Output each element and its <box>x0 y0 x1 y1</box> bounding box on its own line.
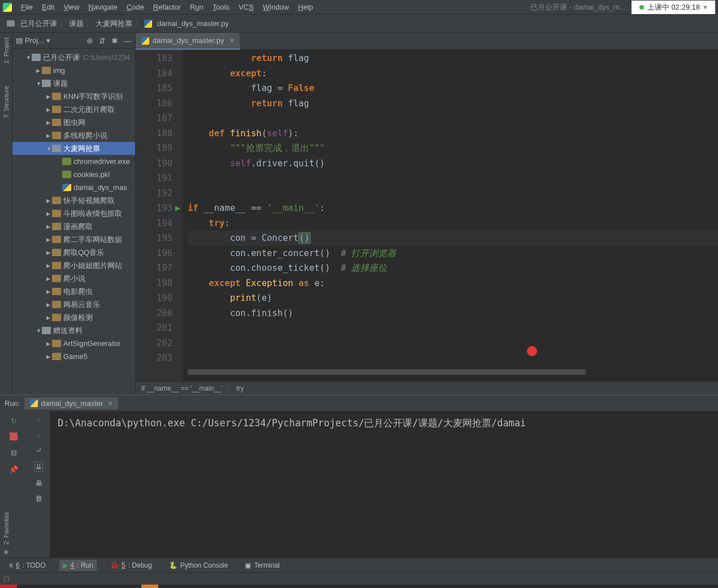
tree-item[interactable]: ▼大麦网抢票 <box>12 142 135 155</box>
code-editor[interactable]: 183184185186187188189190191192193▶194195… <box>136 50 718 381</box>
tree-item[interactable]: ▶电影爬虫 <box>12 285 135 298</box>
menu-view[interactable]: View <box>59 1 84 13</box>
recording-status[interactable]: 上课中 02:29:18 ▾ <box>632 1 715 14</box>
window-title: 已月公开课 - damai_dys_m... <box>525 2 631 12</box>
left-rail: 1: Project 7: Structure <box>0 33 12 395</box>
tab-debug[interactable]: 🐞 5: Debug <box>107 560 155 571</box>
up-icon[interactable]: ↑ <box>37 416 41 424</box>
tree-item[interactable]: ▶爬小姐姐图片网站 <box>12 259 135 272</box>
tree-item[interactable]: ▼已月公开课C:\Users\1234 <box>12 51 135 64</box>
run-panel: Run: damai_dys_master × ↻ ⊟ 📌 ↑ ↓ ⤶ ⇊ 🖶 … <box>0 395 718 557</box>
menu-navigate[interactable]: Navigate <box>84 1 122 13</box>
menu-tools[interactable]: Tools <box>208 1 234 13</box>
crumb-3[interactable]: damai_dys_master.py <box>144 19 229 28</box>
menubar: File Edit View Navigate Code Refactor Ru… <box>0 0 718 15</box>
line-gutter: 183184185186187188189190191192193▶194195… <box>136 50 183 381</box>
menu-edit[interactable]: Edit <box>37 1 59 13</box>
down-icon[interactable]: ↓ <box>37 431 41 439</box>
favorites-rail: 2: Favorites ★ <box>0 472 12 556</box>
taskbar-strip <box>0 585 718 588</box>
rail-favorites[interactable]: 2: Favorites <box>3 512 10 544</box>
project-panel: ▤ Proj... ▾ ⊕ ⇵ ✱ — ▼已月公开课C:\Users\1234▶… <box>12 33 136 395</box>
statusbar-icon[interactable]: ◻ <box>3 574 10 583</box>
locate-icon[interactable]: ⊕ <box>86 36 93 45</box>
menu-refactor[interactable]: Refactor <box>149 1 185 13</box>
tree-item[interactable]: ▶颜值检测 <box>12 311 135 324</box>
menu-run[interactable]: Run <box>185 1 208 13</box>
pycharm-icon <box>3 3 12 12</box>
tree-item[interactable]: ▶ArtSignGenerator <box>12 337 135 350</box>
project-icon: ▤ <box>16 36 23 45</box>
close-icon[interactable]: × <box>230 36 234 45</box>
tree-item[interactable]: damai_dys_mas <box>12 181 135 194</box>
bottom-tool-bar: ≡ 6: 6: TODOTODO ▶ 4: Run 🐞 5: Debug 🐍 P… <box>0 557 718 572</box>
status-dot-icon <box>639 5 644 10</box>
rerun-icon[interactable]: ↻ <box>8 416 19 426</box>
tree-item[interactable]: ▼赠送资料 <box>12 324 135 337</box>
chevron-down-icon: ▾ <box>703 3 707 11</box>
settings-icon[interactable]: ✱ <box>111 36 118 45</box>
close-icon[interactable]: × <box>108 399 113 408</box>
tree-item[interactable]: ▶二次元图片爬取 <box>12 103 135 116</box>
tree-item[interactable]: ▶网易云音乐 <box>12 298 135 311</box>
tree-item[interactable]: ▶爬取QQ音乐 <box>12 246 135 259</box>
collapse-icon[interactable]: ⇵ <box>99 36 106 45</box>
project-tree[interactable]: ▼已月公开课C:\Users\1234▶img▼课题▶KNN手写数字识别▶二次元… <box>12 49 135 395</box>
tab-terminal[interactable]: ▣ Terminal <box>241 560 283 571</box>
scroll-icon[interactable]: ⇊ <box>34 461 43 472</box>
tree-item[interactable]: ▶爬二手车网站数据 <box>12 233 135 246</box>
minimize-icon[interactable]: — <box>124 36 132 45</box>
python-icon <box>30 399 38 407</box>
crumb-2[interactable]: 大麦网抢票 <box>96 19 132 29</box>
run-label: Run: <box>5 399 20 408</box>
tree-item[interactable]: ▶漫画爬取 <box>12 220 135 233</box>
file-tab[interactable]: damai_dys_master.py × <box>136 33 240 50</box>
code-body[interactable]: return flag except: flag = False return … <box>183 50 718 381</box>
tree-item[interactable]: cookies.pkl <box>12 168 135 181</box>
project-view-selector[interactable]: ▤ Proj... ▾ <box>16 36 50 45</box>
tab-label: damai_dys_master.py <box>153 36 224 45</box>
tree-item[interactable]: ▶爬小说 <box>12 272 135 285</box>
menu-code[interactable]: Code <box>122 1 149 13</box>
menu-vcs[interactable]: VCS <box>234 1 258 13</box>
breadcrumb: 已月公开课 〉 课题 〉 大麦网抢票 〉 damai_dys_master.py <box>0 15 718 33</box>
rail-project[interactable]: 1: Project <box>3 37 10 63</box>
tab-todo[interactable]: ≡ 6: 6: TODOTODO <box>6 560 49 571</box>
tab-run[interactable]: ▶ 4: Run <box>59 560 97 571</box>
layout-icon[interactable]: ⊟ <box>8 447 19 457</box>
tree-item[interactable]: ▶KNN手写数字识别 <box>12 90 135 103</box>
editor-tabs: damai_dys_master.py × <box>136 33 718 50</box>
crumb-1[interactable]: 课题 <box>69 19 84 29</box>
status-text: 上课中 02:29:18 <box>647 2 700 12</box>
annotation-dot <box>527 346 537 356</box>
rail-structure[interactable]: 7: Structure <box>3 86 10 118</box>
tree-item[interactable]: ▼课题 <box>12 77 135 90</box>
run-tab[interactable]: damai_dys_master × <box>24 397 118 409</box>
python-file-icon <box>141 37 149 45</box>
tree-item[interactable]: ▶图虫网 <box>12 116 135 129</box>
tree-item[interactable]: ▶Game5 <box>12 350 135 363</box>
menu-help[interactable]: Help <box>293 1 318 13</box>
menu-window[interactable]: Window <box>258 1 293 13</box>
chevron-down-icon: ▾ <box>46 36 50 45</box>
editor-breadcrumb: if __name__ == '__main__' 〉 try <box>136 381 718 395</box>
tree-item[interactable]: ▶img <box>12 64 135 77</box>
print-icon[interactable]: 🖶 <box>35 479 42 487</box>
horizontal-scrollbar[interactable] <box>188 369 586 375</box>
statusbar: ◻ <box>0 572 718 585</box>
tree-item[interactable]: ▶多线程爬小说 <box>12 129 135 142</box>
run-controls-secondary: ↑ ↓ ⤶ ⇊ 🖶 🗑 <box>27 411 50 557</box>
tree-item[interactable]: chromedriver.exe <box>12 155 135 168</box>
tree-item[interactable]: ▶快手短视频爬取 <box>12 194 135 207</box>
stop-icon[interactable] <box>10 433 18 440</box>
crumb-root[interactable]: 已月公开课 <box>7 19 57 29</box>
run-output[interactable]: D:\Anaconda\python.exe C:/Users/1234/Pyc… <box>50 411 718 557</box>
trash-icon[interactable]: 🗑 <box>35 494 42 503</box>
star-icon: ★ <box>3 548 10 556</box>
crumb-scope-2[interactable]: try <box>236 384 244 392</box>
menu-file[interactable]: File <box>16 1 37 13</box>
crumb-scope-1[interactable]: if __name__ == '__main__' <box>141 384 223 392</box>
tab-python-console[interactable]: 🐍 Python Console <box>166 560 232 571</box>
tree-item[interactable]: ▶斗图啦表情包抓取 <box>12 207 135 220</box>
wrap-icon[interactable]: ⤶ <box>36 446 42 455</box>
